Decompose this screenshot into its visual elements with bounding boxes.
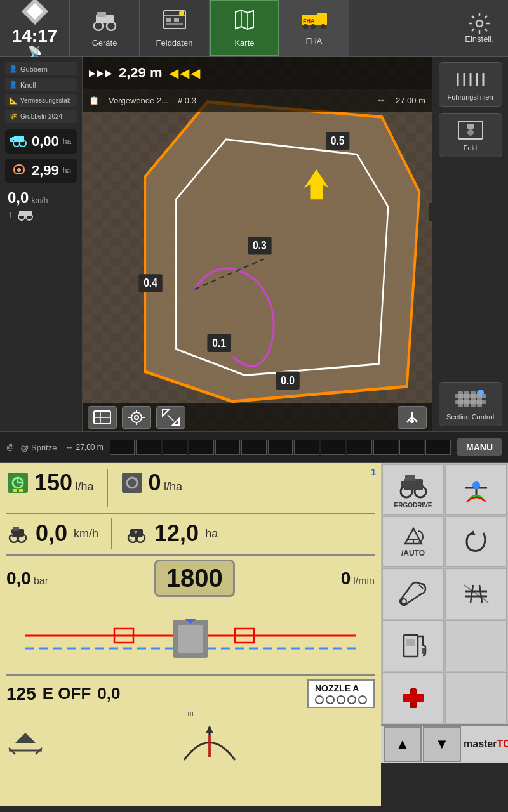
- nozzle-badge: NOZZLE A: [307, 679, 375, 708]
- seg-6: [241, 440, 266, 455]
- seg-13: [425, 440, 450, 455]
- settings-button[interactable]: Einstell.: [451, 0, 508, 56]
- master-label: master: [464, 738, 497, 750]
- ergodrive-btn[interactable]: ERGODRIVE: [382, 464, 444, 515]
- vorgewende-text: Vorgewende 2...: [109, 96, 168, 105]
- rpm-value: 1800: [166, 564, 223, 592]
- svg-line-58: [168, 415, 174, 421]
- svg-text:0.4: 0.4: [144, 276, 157, 290]
- svg-point-16: [303, 24, 308, 29]
- nozzle-circle-1: [315, 695, 324, 704]
- map-container[interactable]: ▶▶▶ 2,29 m ◀◀◀ 📋 Vorgewende 2... # 0.3 ↔…: [83, 57, 432, 431]
- speed1-value: 0,0: [36, 520, 67, 547]
- svg-rect-111: [405, 475, 415, 481]
- master-up-btn[interactable]: ▲: [384, 726, 422, 762]
- metric-area1: 0,00 ha: [5, 129, 77, 154]
- felddaten-label: Felddaten: [156, 38, 193, 48]
- valve-btn[interactable]: [382, 672, 444, 723]
- seg-2: [136, 440, 161, 455]
- felddaten-icon: [163, 8, 187, 36]
- seg-12: [399, 440, 424, 455]
- reset-btn[interactable]: [445, 516, 507, 567]
- svg-line-120: [419, 585, 423, 589]
- feld-label: Feld: [464, 144, 477, 152]
- svg-rect-73: [471, 391, 476, 407]
- feld-btn[interactable]: Feld: [439, 113, 502, 157]
- nav-geraete[interactable]: Geräte: [70, 0, 140, 56]
- user-knoll-text: Knoll: [20, 81, 36, 89]
- wrench-btn[interactable]: [382, 568, 444, 619]
- svg-rect-10: [166, 23, 183, 25]
- svg-rect-78: [13, 489, 17, 492]
- geraete-icon: [92, 8, 117, 36]
- metric-area1-unit: ha: [63, 137, 71, 146]
- master-down-btn[interactable]: ▼: [423, 726, 461, 762]
- target-icon-btn[interactable]: [122, 406, 151, 429]
- svg-rect-128: [422, 648, 425, 654]
- spray-second-row: ⚙ 0,0 km/h ? → 12,0 ha: [6, 518, 375, 549]
- nozzle-circle-5: [358, 695, 367, 704]
- svg-rect-71: [458, 391, 463, 407]
- empty2-btn: [445, 672, 507, 723]
- svg-text:0.3: 0.3: [253, 239, 267, 252]
- svg-rect-68: [467, 124, 474, 129]
- svg-marker-100: [15, 733, 25, 743]
- divider-v2: [111, 518, 112, 549]
- metric-area1-value: 0,00: [32, 133, 59, 150]
- metric1-unit: l/ha: [76, 480, 94, 493]
- wrench-icon: [398, 580, 429, 608]
- auto-icon: [399, 526, 428, 549]
- seg-1: [110, 440, 135, 455]
- svg-text:0.1: 0.1: [212, 336, 226, 350]
- master-left-buttons: ▲ ▼: [381, 726, 464, 762]
- svg-point-26: [17, 168, 21, 172]
- svg-rect-72: [464, 391, 469, 407]
- clock-display: 14:17: [12, 27, 58, 45]
- svg-rect-25: [12, 137, 15, 140]
- speed-value: 0,0: [8, 189, 29, 207]
- spray-icon-btn[interactable]: [398, 406, 427, 429]
- user-knoll: 👤Knoll: [5, 78, 77, 91]
- seg-9: [321, 440, 345, 455]
- sprayer-display: 1 150 l/ha: [0, 463, 381, 806]
- bottom-panel: 1 150 l/ha: [0, 463, 508, 806]
- boom-graphic: [6, 601, 375, 671]
- manu-button[interactable]: MANU: [457, 438, 502, 456]
- nav-felddaten[interactable]: Felddaten: [140, 0, 210, 56]
- nav-karte[interactable]: Karte: [210, 0, 279, 56]
- fuehrungslinien-label: Führungslinien: [447, 93, 493, 101]
- zoom-icon-btn[interactable]: [156, 406, 185, 429]
- spray-nozzle-icon: [460, 474, 492, 506]
- nozzle-circle-2: [326, 695, 335, 704]
- fuel-btn[interactable]: [382, 620, 444, 671]
- user-vermessung-text: Vermessungsstab: [20, 97, 71, 104]
- nav-fha[interactable]: FHA FHA: [279, 0, 349, 56]
- field-svg: 0.6 0.5 0.4 0.3 0.1 0.0: [83, 57, 432, 431]
- sprayer-label: @ Spritze: [20, 443, 57, 452]
- svg-marker-57: [173, 419, 179, 425]
- width-display: ↔ 27,00 m: [65, 443, 103, 452]
- seg-8: [294, 440, 319, 455]
- section-control-btn[interactable]: Section Control: [439, 382, 502, 426]
- ergodrive-icon: [398, 471, 429, 499]
- svg-point-20: [476, 20, 483, 27]
- sprayer-top-row: 150 l/ha 0 l/ha: [6, 469, 375, 508]
- fault-btn[interactable]: [445, 568, 507, 619]
- right-controls-panel: ERGODRIVE /AUTO: [381, 463, 508, 806]
- flow-unit: l/min: [353, 575, 375, 587]
- pressure-value: 0,0: [6, 568, 31, 589]
- svg-point-119: [401, 599, 406, 604]
- fuehrungslinien-btn[interactable]: Führungslinien: [439, 62, 502, 107]
- fault-icon: [460, 580, 492, 608]
- svg-point-114: [472, 481, 480, 489]
- e-off: E OFF: [43, 684, 91, 704]
- svg-rect-98: [178, 625, 203, 653]
- svg-point-59: [410, 419, 414, 423]
- divider-h1: [6, 513, 375, 514]
- auto-btn[interactable]: /AUTO: [382, 516, 444, 567]
- main-area: 👤Gubbern 👤Knoll 📐Vermessungsstab 🌾Grübbe…: [0, 57, 508, 431]
- map-width-text: 27,00 m: [396, 96, 425, 105]
- metric-area2: 2,99 ha: [5, 159, 77, 183]
- spray-nozzle-btn[interactable]: [445, 464, 507, 515]
- field-icon-btn[interactable]: [88, 406, 117, 429]
